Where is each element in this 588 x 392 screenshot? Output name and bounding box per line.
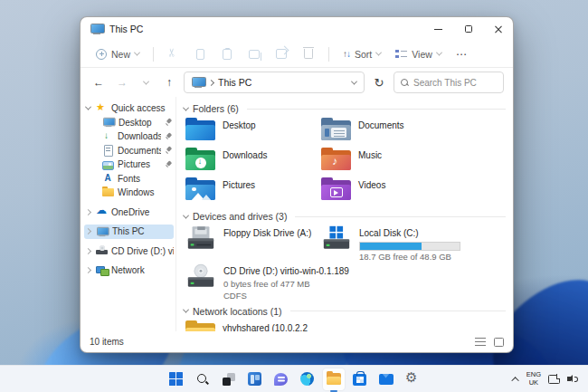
drive-item-floppy[interactable]: Floppy Disk Drive (A:) [184, 225, 319, 263]
more-options-button[interactable]: ⋯ [450, 44, 474, 64]
file-item-label: Desktop [223, 120, 256, 132]
ellipsis-icon: ⋯ [456, 48, 468, 61]
network-icon [96, 265, 108, 276]
sidebar-item-documents[interactable]: Documents [84, 144, 174, 158]
sidebar-item-this-pc[interactable]: This PC [84, 225, 174, 239]
chevron-right-icon[interactable] [85, 267, 91, 273]
mail-button[interactable] [375, 368, 397, 390]
drive-free-space: 0 bytes free of 477 MB [223, 279, 349, 289]
sidebar-item-pictures[interactable]: Pictures [84, 158, 174, 172]
disk-free-space: 18.7 GB free of 48.9 GB [359, 252, 460, 262]
back-button[interactable]: ← [90, 73, 108, 91]
downloads-folder-icon [185, 148, 215, 170]
sidebar-item-desktop[interactable]: Desktop [84, 116, 174, 130]
desktop-folder-icon [185, 118, 215, 140]
share-button[interactable] [269, 44, 294, 64]
taskbar: ENG UK [0, 365, 588, 392]
network-tray-icon[interactable] [548, 374, 560, 384]
recent-locations-button[interactable] [137, 73, 155, 91]
copy-button[interactable] [187, 44, 213, 64]
sidebar-item-network[interactable]: Network [84, 263, 174, 278]
details-view-icon[interactable] [475, 338, 486, 347]
section-header-network-locations[interactable]: Network locations (1) [184, 306, 506, 317]
chevron-right-icon[interactable] [85, 209, 91, 215]
section-divider [295, 216, 506, 217]
section-header-devices[interactable]: Devices and drives (3) [184, 211, 506, 222]
close-button[interactable] [483, 17, 513, 41]
sidebar-item-cd-drive[interactable]: CD Drive (D:) virtio-w [84, 244, 174, 259]
rename-button[interactable] [242, 44, 267, 64]
folder-icon [102, 188, 114, 199]
address-bar[interactable]: This PC [184, 72, 365, 93]
taskbar-center-icons [0, 368, 588, 390]
chevron-down-icon[interactable] [183, 212, 189, 218]
sidebar-item-onedrive[interactable]: OneDrive [84, 206, 174, 220]
file-item-desktop[interactable]: Desktop [184, 117, 319, 147]
new-button[interactable]: New [90, 45, 146, 63]
mail-icon [379, 374, 394, 385]
start-button[interactable] [166, 368, 187, 390]
pin-icon [165, 161, 172, 168]
file-item-music[interactable]: Music [319, 147, 507, 177]
chat-button[interactable] [270, 368, 292, 390]
store-icon [353, 374, 366, 386]
large-icons-view-icon[interactable] [494, 338, 504, 347]
settings-button[interactable] [402, 368, 423, 390]
language-indicator[interactable]: ENG UK [526, 371, 541, 387]
sidebar-item-downloads[interactable]: Downloads [84, 129, 174, 144]
section-header-folders[interactable]: Folders (6) [184, 103, 506, 114]
chevron-right-icon[interactable] [85, 228, 91, 234]
videos-folder-icon [321, 177, 351, 200]
microsoft-store-button[interactable] [349, 368, 371, 390]
chevron-down-icon[interactable] [85, 104, 91, 110]
volume-icon[interactable] [567, 374, 579, 384]
drive-item-cd-drive-d[interactable]: CD Drive (D:) virtio-win-0.1.189 0 bytes… [184, 263, 507, 301]
sidebar-item-label: Downloads [118, 131, 161, 141]
cut-button[interactable] [161, 44, 185, 63]
forward-button[interactable]: → [113, 73, 131, 91]
delete-button[interactable] [296, 44, 321, 64]
view-layout-icon [395, 49, 407, 59]
widgets-button[interactable] [244, 368, 266, 390]
search-input[interactable] [413, 78, 497, 88]
section-title: Network locations (1) [193, 306, 282, 317]
sort-button[interactable]: ↑↓ Sort [337, 45, 387, 63]
system-tray: ENG UK [514, 371, 588, 387]
title-bar[interactable]: This PC [81, 17, 513, 41]
network-share-item[interactable]: yhvhshared (10.0.2.2 (Samba Server)) [184, 320, 319, 332]
breadcrumb[interactable]: This PC [218, 77, 251, 88]
status-bar: 10 items [81, 331, 513, 352]
file-item-videos[interactable]: Videos [319, 177, 507, 206]
minimize-icon [434, 29, 442, 30]
sidebar-item-windows[interactable]: Windows [84, 186, 174, 200]
chat-icon [274, 373, 288, 386]
paste-button[interactable] [214, 44, 240, 64]
sidebar-item-label: Pictures [118, 159, 161, 169]
drive-item-local-disk-c[interactable]: Local Disk (C:) 18.7 GB free of 48.9 GB [319, 225, 507, 263]
up-button[interactable]: ↑ [160, 73, 178, 91]
task-view-button[interactable] [218, 368, 240, 390]
minimize-button[interactable] [423, 17, 453, 41]
refresh-button[interactable]: ↻ [370, 73, 388, 91]
search-icon [401, 79, 409, 87]
file-item-downloads[interactable]: Downloads [184, 147, 319, 177]
chevron-down-icon[interactable] [183, 307, 189, 313]
file-explorer-button[interactable] [323, 368, 345, 390]
taskbar-search-button[interactable] [192, 368, 213, 390]
network-grid: yhvhshared (10.0.2.2 (Samba Server)) [184, 320, 507, 332]
chevron-down-icon[interactable] [183, 104, 189, 110]
section-title: Folders (6) [193, 103, 239, 114]
sidebar-item-fonts[interactable]: Fonts [84, 172, 174, 186]
file-item-pictures[interactable]: Pictures [184, 177, 319, 206]
sidebar-item-quick-access[interactable]: Quick access [84, 101, 174, 116]
search-box[interactable] [394, 72, 504, 93]
view-button[interactable]: View [389, 45, 448, 63]
sort-button-label: Sort [355, 49, 372, 60]
file-item-documents[interactable]: Documents [319, 117, 507, 147]
chevron-down-icon[interactable] [351, 78, 357, 84]
edge-button[interactable] [297, 368, 318, 390]
chevron-right-icon[interactable] [85, 248, 91, 254]
file-item-label: Videos [358, 180, 385, 192]
maximize-button[interactable] [453, 17, 483, 41]
documents-folder-icon [321, 118, 351, 140]
